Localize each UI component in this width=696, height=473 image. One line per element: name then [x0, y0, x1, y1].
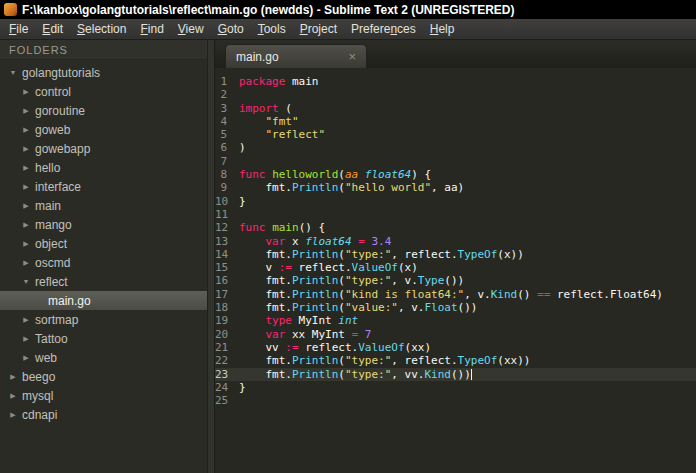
- line-number: 15: [215, 261, 239, 274]
- code-line-25[interactable]: 25: [215, 394, 696, 407]
- code-line-1[interactable]: 1package main: [215, 75, 696, 88]
- title-bar[interactable]: F:\kanbox\golangtutorials\reflect\main.g…: [0, 0, 696, 19]
- sidebar-item-control[interactable]: ▶control: [0, 82, 214, 101]
- code-line-17[interactable]: 17 fmt.Println("kind is float64:", v.Kin…: [215, 288, 696, 301]
- sidebar-item-tattoo[interactable]: ▶Tattoo: [0, 329, 214, 348]
- sidebar-item-cdnapi[interactable]: ▶cdnapi: [0, 405, 214, 424]
- chevron-right-icon[interactable]: ▶: [20, 316, 32, 324]
- chevron-right-icon[interactable]: ▶: [20, 107, 32, 115]
- chevron-down-icon[interactable]: ▼: [20, 278, 32, 285]
- sidebar-item-main[interactable]: ▶main: [0, 196, 214, 215]
- sidebar-item-mysql[interactable]: ▶mysql: [0, 386, 214, 405]
- code-line-9[interactable]: 9 fmt.Println("hello world", aa): [215, 181, 696, 194]
- sidebar-item-oscmd[interactable]: ▶oscmd: [0, 253, 214, 272]
- chevron-right-icon[interactable]: ▶: [20, 202, 32, 210]
- line-number: 23: [215, 368, 239, 381]
- code-line-19[interactable]: 19 type MyInt int: [215, 314, 696, 327]
- code-text: package main: [239, 75, 318, 88]
- sidebar-item-beego[interactable]: ▶beego: [0, 367, 214, 386]
- code-line-4[interactable]: 4 "fmt": [215, 115, 696, 128]
- chevron-right-icon[interactable]: ▶: [20, 126, 32, 134]
- folders-header: FOLDERS: [0, 40, 214, 60]
- code-line-23[interactable]: 23 fmt.Println("type:", vv.Kind()): [215, 368, 696, 381]
- menu-preferences[interactable]: Preferences: [344, 20, 423, 38]
- line-number: 7: [215, 155, 239, 168]
- line-number: 4: [215, 115, 239, 128]
- chevron-right-icon[interactable]: ▶: [20, 183, 32, 191]
- code-line-18[interactable]: 18 fmt.Println("value:", v.Float()): [215, 301, 696, 314]
- sidebar-item-golangtutorials[interactable]: ▼golangtutorials: [0, 63, 214, 82]
- chevron-down-icon[interactable]: ▼: [7, 69, 19, 76]
- sidebar-item-mango[interactable]: ▶mango: [0, 215, 214, 234]
- sublime-app-icon[interactable]: [4, 3, 17, 16]
- chevron-right-icon[interactable]: ▶: [20, 221, 32, 229]
- chevron-right-icon[interactable]: ▶: [7, 392, 19, 400]
- code-line-3[interactable]: 3import (: [215, 102, 696, 115]
- code-line-2[interactable]: 2: [215, 88, 696, 101]
- sidebar-item-label: golangtutorials: [22, 66, 100, 80]
- chevron-right-icon[interactable]: ▶: [20, 88, 32, 96]
- code-line-13[interactable]: 13 var x float64 = 3.4: [215, 235, 696, 248]
- sidebar-item-reflect[interactable]: ▼reflect: [0, 272, 214, 291]
- code-line-12[interactable]: 12func main() {: [215, 221, 696, 234]
- line-number: 3: [215, 102, 239, 115]
- code-text: }: [239, 381, 246, 394]
- tab-main-go[interactable]: main.go×: [225, 44, 367, 68]
- sidebar-item-interface[interactable]: ▶interface: [0, 177, 214, 196]
- sidebar-item-gowebapp[interactable]: ▶gowebapp: [0, 139, 214, 158]
- sidebar-item-hello[interactable]: ▶hello: [0, 158, 214, 177]
- chevron-right-icon[interactable]: ▶: [20, 164, 32, 172]
- sidebar-scrollbar[interactable]: [207, 40, 214, 473]
- sidebar-item-web[interactable]: ▶web: [0, 348, 214, 367]
- line-number: 16: [215, 274, 239, 287]
- line-number: 17: [215, 288, 239, 301]
- menu-project[interactable]: Project: [293, 20, 344, 38]
- code-text: func helloworld(aa float64) {: [239, 168, 431, 181]
- code-line-21[interactable]: 21 vv := reflect.ValueOf(xx): [215, 341, 696, 354]
- line-number: 14: [215, 248, 239, 261]
- menu-tools[interactable]: Tools: [251, 20, 293, 38]
- menu-find[interactable]: Find: [133, 20, 170, 38]
- code-line-10[interactable]: 10}: [215, 195, 696, 208]
- line-number: 6: [215, 141, 239, 154]
- chevron-right-icon[interactable]: ▶: [7, 373, 19, 381]
- code-line-8[interactable]: 8func helloworld(aa float64) {: [215, 168, 696, 181]
- sidebar-item-sortmap[interactable]: ▶sortmap: [0, 310, 214, 329]
- menu-view[interactable]: View: [171, 20, 211, 38]
- chevron-right-icon[interactable]: ▶: [20, 240, 32, 248]
- code-line-16[interactable]: 16 fmt.Println("type:", v.Type()): [215, 274, 696, 287]
- menu-file[interactable]: File: [2, 20, 35, 38]
- sidebar-item-main-go[interactable]: main.go: [0, 291, 214, 310]
- menu-selection[interactable]: Selection: [70, 20, 133, 38]
- sidebar-item-label: cdnapi: [22, 408, 57, 422]
- sidebar-item-goroutine[interactable]: ▶goroutine: [0, 101, 214, 120]
- code-line-11[interactable]: 11: [215, 208, 696, 221]
- code-line-22[interactable]: 22 fmt.Println("type:", reflect.TypeOf(x…: [215, 354, 696, 367]
- sidebar-item-goweb[interactable]: ▶goweb: [0, 120, 214, 139]
- chevron-right-icon[interactable]: ▶: [20, 259, 32, 267]
- text-cursor: [471, 369, 472, 380]
- code-line-6[interactable]: 6): [215, 141, 696, 154]
- chevron-right-icon[interactable]: ▶: [20, 335, 32, 343]
- menu-edit[interactable]: Edit: [35, 20, 70, 38]
- menu-goto[interactable]: Goto: [211, 20, 251, 38]
- sidebar-item-label: oscmd: [35, 256, 70, 270]
- chevron-right-icon[interactable]: ▶: [20, 145, 32, 153]
- code-line-7[interactable]: 7: [215, 155, 696, 168]
- code-editor[interactable]: 1package main23import (4 "fmt"5 "reflect…: [215, 68, 696, 473]
- chevron-right-icon[interactable]: ▶: [20, 354, 32, 362]
- code-line-20[interactable]: 20 var xx MyInt = 7: [215, 328, 696, 341]
- menu-help[interactable]: Help: [423, 20, 462, 38]
- tab-close-icon[interactable]: ×: [348, 50, 356, 63]
- code-line-5[interactable]: 5 "reflect": [215, 128, 696, 141]
- line-number: 20: [215, 328, 239, 341]
- code-line-14[interactable]: 14 fmt.Println("type:", reflect.TypeOf(x…: [215, 248, 696, 261]
- main-area: FOLDERS ▼golangtutorials▶control▶gorouti…: [0, 40, 696, 473]
- sidebar-item-object[interactable]: ▶object: [0, 234, 214, 253]
- chevron-right-icon[interactable]: ▶: [7, 411, 19, 419]
- line-number: 9: [215, 181, 239, 194]
- line-number: 8: [215, 168, 239, 181]
- code-line-24[interactable]: 24}: [215, 381, 696, 394]
- sidebar-item-label: goweb: [35, 123, 70, 137]
- code-line-15[interactable]: 15 v := reflect.ValueOf(x): [215, 261, 696, 274]
